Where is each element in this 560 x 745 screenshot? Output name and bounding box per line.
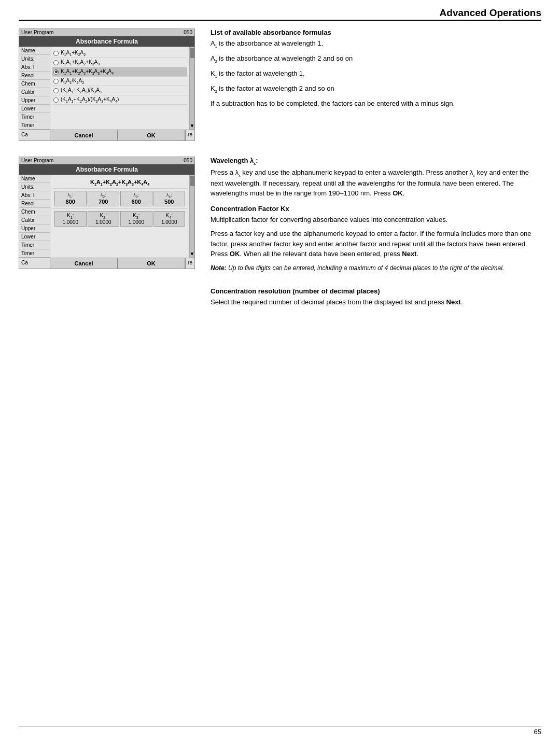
- factor-cell-2[interactable]: K2: 1.0000: [88, 211, 120, 227]
- panel-2-cancel-button[interactable]: Cancel: [50, 258, 118, 269]
- k-label-1: K1:: [56, 213, 85, 219]
- p2-sidebar-resol: Resol: [19, 200, 50, 208]
- wl-label-2: λ2:: [89, 192, 118, 199]
- wl-label-3: λ3:: [122, 192, 151, 199]
- radio-2[interactable]: [53, 60, 59, 65]
- panel-1: User Program 050 Absorbance Formula Name…: [19, 29, 195, 141]
- p2-sidebar-upper: Upper: [19, 224, 50, 233]
- formula-row-4[interactable]: K1A1/K2A2: [52, 77, 187, 86]
- para-a2: A2 is the absorbance at wavelength 2 and…: [211, 53, 541, 64]
- formula-row-2[interactable]: K1A1+K2A2+K3A3: [52, 58, 187, 67]
- formula-3-text: K1A1+K2A2+K3A3+K4A4: [61, 68, 114, 75]
- sidebar-item-chem: Chem: [19, 80, 50, 88]
- formula-5-text: (K1A1+K2A2)/K3A3: [61, 87, 102, 94]
- factor-cell-3[interactable]: K3: 1.0000: [120, 211, 152, 227]
- formula-row-6[interactable]: (K1A1+K2A2)/(K3A3+K4A4): [52, 95, 187, 105]
- scrollbar-down-arrow: ▼: [190, 123, 195, 130]
- factor-grid: K1: 1.0000 K2: 1.0000 K3: 1.0000: [52, 209, 187, 229]
- k-label-2: K2:: [89, 213, 118, 219]
- wavelength-grid: λ1: 800 λ2: 700 λ3: 600: [52, 189, 187, 209]
- page-number: 65: [534, 728, 541, 736]
- panel-2-sidebar: Name Units: Abs: I Resol Chem Calibr Upp…: [19, 175, 50, 258]
- section-2-text: Wavelength λx: Press a λx key and use th…: [211, 157, 541, 311]
- panel-1-ok-button[interactable]: OK: [118, 130, 185, 140]
- wavelength-cell-4[interactable]: λ4: 500: [153, 191, 186, 206]
- panel-1-header-left: User Program: [21, 30, 53, 35]
- p2-sidebar-abs: Abs: I: [19, 191, 50, 200]
- k-value-4: 1.0000: [155, 219, 184, 225]
- panel-2-container: User Program 050 Absorbance Formula Name…: [19, 157, 195, 311]
- panel-1-body: Name Units: Abs: I Resol Chem Calibr Upp…: [19, 47, 194, 130]
- sidebar-item-calibr: Calibr: [19, 88, 50, 96]
- wavelength-para: Press a λx key and use the alphanumeric …: [211, 167, 541, 199]
- sidebar-item-resol: Resol: [19, 72, 50, 80]
- panel-1-header: User Program 050: [19, 29, 194, 36]
- panel-2-title: Absorbance Formula: [19, 164, 194, 175]
- concentration-para-1: Multiplication factor for converting abs…: [211, 215, 541, 225]
- panel-2-scrollbar[interactable]: ▼: [189, 175, 194, 258]
- wl-value-1: 800: [56, 199, 85, 205]
- panel-1-container: User Program 050 Absorbance Formula Name…: [19, 29, 195, 141]
- resolution-para: Select the required number of decimal pl…: [211, 297, 541, 307]
- formula-row-5[interactable]: (K1A1+K2A2)/K3A3: [52, 86, 187, 95]
- panel-2-footer-right: re: [185, 258, 194, 269]
- sidebar-item-name: Name: [19, 47, 50, 55]
- panel-1-main: K1A1+K2A2 K1A1+K2A2+K3A3 K1A1+K2A2+K3A3+…: [50, 47, 189, 130]
- panel-2-header-left: User Program: [21, 158, 53, 163]
- radio-5[interactable]: [53, 88, 59, 93]
- note-text: Note: Up to five digits can be entered, …: [211, 263, 541, 273]
- panel-2-formula: K1A1+K2A2+K3A3+K4A4: [52, 177, 187, 189]
- formula-4-text: K1A1/K2A2: [61, 78, 84, 85]
- p2-sidebar-chem: Chem: [19, 208, 50, 216]
- content-area: User Program 050 Absorbance Formula Name…: [19, 29, 541, 327]
- p2-sidebar-timer1: Timer: [19, 241, 50, 249]
- sidebar-item-units: Units:: [19, 55, 50, 63]
- panel-1-header-right: 050: [184, 30, 192, 35]
- radio-4[interactable]: [53, 79, 59, 84]
- wavelength-cell-2[interactable]: λ2: 700: [88, 191, 120, 206]
- section-1: User Program 050 Absorbance Formula Name…: [19, 29, 541, 141]
- wl-value-2: 700: [89, 199, 118, 205]
- panel-2-ok-button[interactable]: OK: [118, 258, 185, 269]
- section-2-wavelength-body: Press a λx key and use the alphanumeric …: [211, 167, 541, 199]
- wl-value-3: 600: [122, 199, 151, 205]
- radio-3[interactable]: [53, 69, 59, 75]
- para-k1: K1 is the factor at wavelength 1,: [211, 68, 541, 79]
- scrollbar-2-thumb: [190, 176, 194, 186]
- panel-1-footer-left: Ca: [19, 130, 50, 140]
- para-a1: A1 is the absorbance at wavelength 1,: [211, 38, 541, 49]
- panel-1-title: Absorbance Formula: [19, 36, 194, 47]
- sidebar-item-timer1: Timer: [19, 113, 50, 121]
- wl-label-1: λ1:: [56, 192, 85, 199]
- k-value-3: 1.0000: [122, 219, 151, 225]
- radio-1[interactable]: [53, 51, 59, 56]
- factor-cell-4[interactable]: K4: 1.0000: [153, 211, 186, 227]
- radio-6[interactable]: [53, 97, 59, 103]
- wavelength-cell-3[interactable]: λ3: 600: [120, 191, 152, 206]
- p2-sidebar-units: Units:: [19, 183, 50, 191]
- section-2-resolution-title: Concentration resolution (number of deci…: [211, 287, 541, 295]
- p2-sidebar-timer2: Timer: [19, 249, 50, 258]
- panel-1-scrollbar[interactable]: ▼: [189, 47, 194, 130]
- sidebar-item-abs: Abs: I: [19, 63, 50, 72]
- formula-row-3[interactable]: K1A1+K2A2+K3A3+K4A4: [52, 67, 187, 77]
- p2-sidebar-lower: Lower: [19, 233, 50, 241]
- formula-6-text: (K1A1+K2A2)/(K3A3+K4A4): [61, 96, 119, 103]
- section-2-wavelength-title: Wavelength λx:: [211, 157, 541, 165]
- concentration-para-2: Press a factor key and use the alphanume…: [211, 229, 541, 259]
- sidebar-item-upper: Upper: [19, 96, 50, 105]
- p2-sidebar-calibr: Calibr: [19, 216, 50, 224]
- formula-row-1[interactable]: K1A1+K2A2: [52, 49, 187, 58]
- wl-value-4: 500: [155, 199, 184, 205]
- bottom-border: [19, 726, 541, 726]
- panel-1-sidebar: Name Units: Abs: I Resol Chem Calibr Upp…: [19, 47, 50, 130]
- panel-1-cancel-button[interactable]: Cancel: [50, 130, 118, 140]
- wavelength-cell-1[interactable]: λ1: 800: [54, 191, 87, 206]
- para-k2: K2 is the factor at wavelength 2 and so …: [211, 83, 541, 94]
- k-value-1: 1.0000: [56, 219, 85, 225]
- wl-label-4: λ4:: [155, 192, 184, 199]
- scrollbar-1-thumb: [190, 48, 194, 58]
- factor-cell-1[interactable]: K1: 1.0000: [54, 211, 87, 227]
- section-1-title: List of available absorbance formulas: [211, 29, 541, 36]
- section-2: User Program 050 Absorbance Formula Name…: [19, 157, 541, 311]
